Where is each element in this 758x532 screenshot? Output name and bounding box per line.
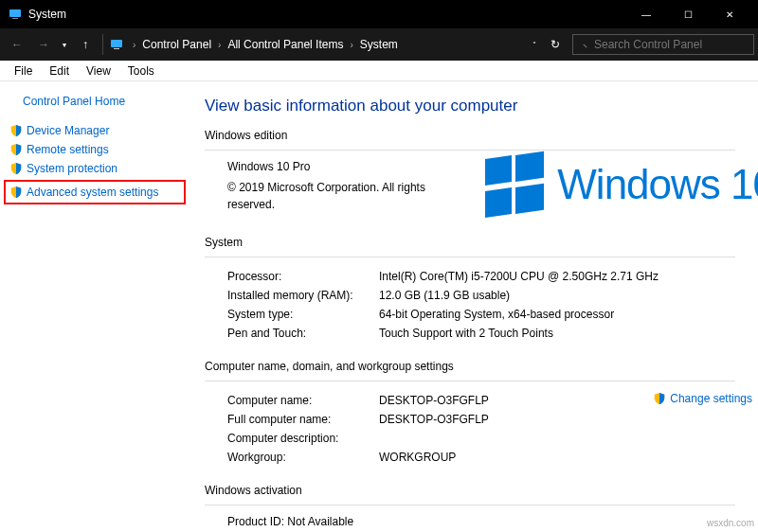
breadcrumb-item[interactable]: All Control Panel Items: [224, 38, 347, 51]
nav-bar: ← → ▾ ↑ › Control Panel › All Control Pa…: [0, 28, 758, 61]
kv-row: Full computer name:DESKTOP-O3FGFLP: [205, 410, 758, 429]
sidebar-item-advanced-system-settings[interactable]: Advanced system settings: [9, 183, 184, 202]
section-system: System Processor:Intel(R) Core(TM) i5-72…: [205, 236, 758, 343]
chevron-right-icon: ›: [347, 40, 355, 50]
up-button[interactable]: ↑: [72, 31, 99, 58]
breadcrumb-item[interactable]: Control Panel: [138, 38, 215, 51]
search-input[interactable]: [572, 34, 754, 55]
shield-icon: [9, 124, 23, 137]
menu-bar: File Edit View Tools: [0, 61, 758, 81]
chevron-right-icon: ›: [215, 40, 224, 50]
kv-row: Installed memory (RAM):12.0 GB (11.9 GB …: [205, 286, 758, 305]
menu-tools[interactable]: Tools: [119, 62, 163, 80]
section-computer-name: Computer name, domain, and workgroup set…: [205, 360, 758, 467]
sidebar-item-label: Remote settings: [27, 143, 109, 156]
highlight-box: Advanced system settings: [4, 180, 186, 204]
main-area: Control Panel Home Device Manager Remote…: [0, 81, 758, 532]
section-activation: Windows activation Product ID: Not Avail…: [205, 484, 758, 528]
menu-view[interactable]: View: [78, 62, 119, 80]
system-icon: [8, 7, 23, 22]
shield-icon: [653, 392, 666, 405]
svg-rect-0: [9, 9, 21, 17]
sidebar: Control Panel Home Device Manager Remote…: [0, 81, 190, 532]
close-button[interactable]: ✕: [709, 0, 750, 28]
change-settings-link[interactable]: Change settings: [653, 392, 752, 405]
section-title: Windows edition: [205, 129, 758, 142]
search-wrap: [568, 34, 754, 55]
back-button[interactable]: ←: [4, 31, 30, 58]
section-title: System: [205, 236, 758, 249]
breadcrumb[interactable]: › Control Panel › All Control Panel Item…: [107, 34, 527, 55]
shield-icon: [9, 186, 23, 199]
product-id: Product ID: Not Available: [205, 515, 758, 528]
kv-row: Processor:Intel(R) Core(TM) i5-7200U CPU…: [205, 267, 758, 286]
content-pane: View basic information about your comput…: [190, 81, 758, 532]
svg-rect-1: [12, 18, 18, 19]
menu-edit[interactable]: Edit: [41, 62, 78, 80]
history-dropdown-icon[interactable]: ▾: [57, 41, 72, 49]
refresh-button[interactable]: ↻: [542, 31, 568, 58]
kv-row: System type:64-bit Operating System, x64…: [205, 305, 758, 324]
watermark: wsxdn.com: [707, 518, 754, 528]
minimize-button[interactable]: —: [625, 0, 667, 28]
svg-rect-2: [111, 40, 122, 47]
sidebar-item-label: System protection: [27, 162, 117, 175]
maximize-button[interactable]: ☐: [667, 0, 709, 28]
shield-icon: [9, 143, 23, 156]
control-panel-home-link[interactable]: Control Panel Home: [0, 95, 190, 121]
sidebar-item-label: Device Manager: [27, 124, 109, 137]
separator: [102, 34, 103, 55]
windows-logo: Windows 10: [485, 155, 758, 214]
section-title: Computer name, domain, and workgroup set…: [205, 360, 758, 373]
sidebar-item-remote-settings[interactable]: Remote settings: [0, 140, 190, 159]
kv-row: Computer description:: [205, 429, 758, 448]
title-bar: System — ☐ ✕: [0, 0, 758, 28]
sidebar-item-device-manager[interactable]: Device Manager: [0, 121, 190, 140]
svg-rect-3: [114, 48, 119, 49]
windows-logo-text: Windows 10: [557, 161, 758, 208]
sidebar-item-label: Advanced system settings: [27, 186, 158, 199]
chevron-right-icon: ›: [130, 40, 138, 50]
section-title: Windows activation: [205, 484, 758, 497]
sidebar-item-system-protection[interactable]: System protection: [0, 159, 190, 178]
computer-icon: [109, 37, 124, 52]
kv-row: Workgroup:WORKGROUP: [205, 448, 758, 467]
menu-file[interactable]: File: [6, 62, 41, 80]
page-title: View basic information about your comput…: [205, 97, 758, 115]
window-title: System: [28, 8, 625, 21]
breadcrumb-item[interactable]: System: [356, 38, 402, 51]
shield-icon: [9, 162, 23, 175]
kv-row: Pen and Touch:Touch Support with 2 Touch…: [205, 324, 758, 343]
copyright-text: © 2019 Microsoft Corporation. All rights…: [205, 179, 451, 213]
forward-button[interactable]: →: [30, 31, 57, 58]
location-dropdown-icon[interactable]: ˅: [527, 41, 542, 49]
windows-logo-icon: [485, 155, 544, 214]
